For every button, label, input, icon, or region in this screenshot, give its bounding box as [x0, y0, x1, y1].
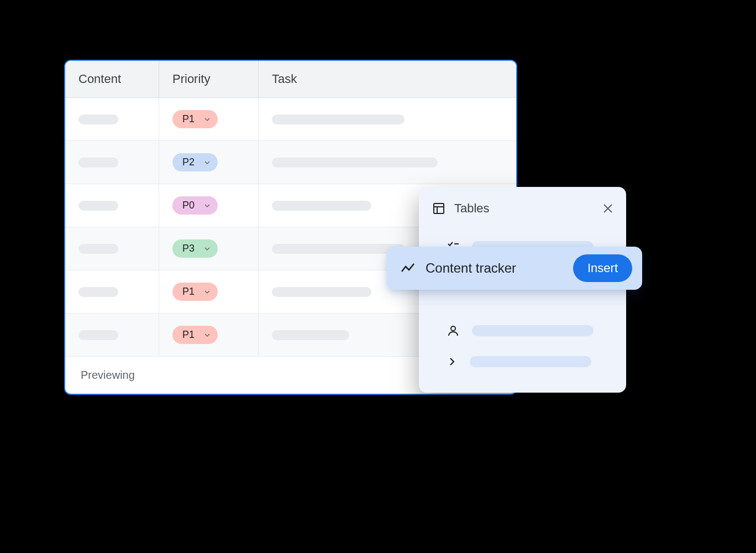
- cell-content: [65, 141, 159, 184]
- skeleton-placeholder: [78, 330, 118, 340]
- chevron-down-icon: [204, 333, 210, 337]
- insert-button[interactable]: Insert: [573, 254, 632, 282]
- cell-content: [65, 184, 159, 227]
- priority-chip[interactable]: P1: [172, 110, 218, 128]
- skeleton-placeholder: [470, 356, 591, 367]
- close-icon[interactable]: [603, 204, 613, 213]
- cell-content: [65, 227, 159, 270]
- panel-title: Tables: [454, 201, 490, 216]
- priority-chip-label: P1: [182, 286, 195, 298]
- skeleton-placeholder: [78, 158, 118, 168]
- chevron-down-icon: [204, 118, 210, 121]
- cell-priority: P0: [159, 184, 259, 227]
- table-grid-icon: [432, 202, 445, 215]
- priority-chip[interactable]: P3: [172, 239, 218, 258]
- cell-content: [65, 98, 159, 140]
- priority-chip[interactable]: P0: [172, 196, 218, 215]
- skeleton-placeholder: [78, 287, 118, 297]
- skeleton-placeholder: [472, 325, 594, 336]
- panel-title-wrap: Tables: [432, 201, 490, 216]
- table-row: P2: [65, 141, 516, 184]
- chevron-right-icon: [447, 356, 458, 367]
- table-row: P1: [65, 98, 516, 141]
- skeleton-placeholder: [78, 114, 118, 124]
- cell-task: [259, 141, 516, 184]
- person-icon: [447, 324, 460, 337]
- trend-line-icon: [400, 260, 416, 276]
- cell-priority: P1: [159, 314, 259, 356]
- skeleton-placeholder: [272, 201, 371, 211]
- cell-content: [65, 270, 159, 313]
- skeleton-placeholder: [272, 330, 349, 340]
- skeleton-placeholder: [78, 201, 118, 211]
- skeleton-placeholder: [272, 114, 405, 124]
- skeleton-placeholder: [78, 244, 118, 254]
- chevron-down-icon: [204, 204, 210, 207]
- cell-priority: P3: [159, 227, 259, 270]
- priority-chip[interactable]: P1: [172, 326, 218, 344]
- skeleton-placeholder: [272, 158, 438, 168]
- column-header-content: Content: [65, 61, 159, 97]
- cell-content: [65, 314, 159, 356]
- priority-chip-label: P0: [182, 200, 195, 211]
- cell-priority: P2: [159, 141, 259, 184]
- table-header-row: Content Priority Task: [65, 61, 516, 98]
- priority-chip-label: P2: [182, 156, 195, 168]
- skeleton-placeholder: [272, 287, 371, 297]
- priority-chip-label: P3: [182, 243, 195, 254]
- column-header-task: Task: [259, 61, 516, 97]
- svg-rect-0: [434, 204, 444, 213]
- tables-panel: Tables: [419, 187, 626, 393]
- selected-template-label: Content tracker: [426, 260, 563, 276]
- priority-chip-label: P1: [182, 329, 195, 341]
- chevron-down-icon: [204, 290, 210, 294]
- panel-template-item-selected[interactable]: Content tracker Insert: [387, 247, 642, 290]
- chevron-down-icon: [204, 247, 210, 251]
- cell-priority: P1: [159, 270, 259, 313]
- panel-header: Tables: [432, 201, 613, 216]
- chevron-down-icon: [204, 161, 210, 164]
- panel-template-item[interactable]: [432, 346, 613, 377]
- priority-chip-label: P1: [182, 113, 195, 125]
- priority-chip[interactable]: P2: [172, 153, 218, 171]
- skeleton-placeholder: [272, 244, 405, 254]
- panel-template-item[interactable]: [432, 315, 613, 346]
- column-header-priority: Priority: [159, 61, 259, 97]
- priority-chip[interactable]: P1: [172, 283, 218, 301]
- svg-point-5: [451, 326, 455, 331]
- cell-task: [259, 98, 516, 140]
- cell-priority: P1: [159, 98, 259, 140]
